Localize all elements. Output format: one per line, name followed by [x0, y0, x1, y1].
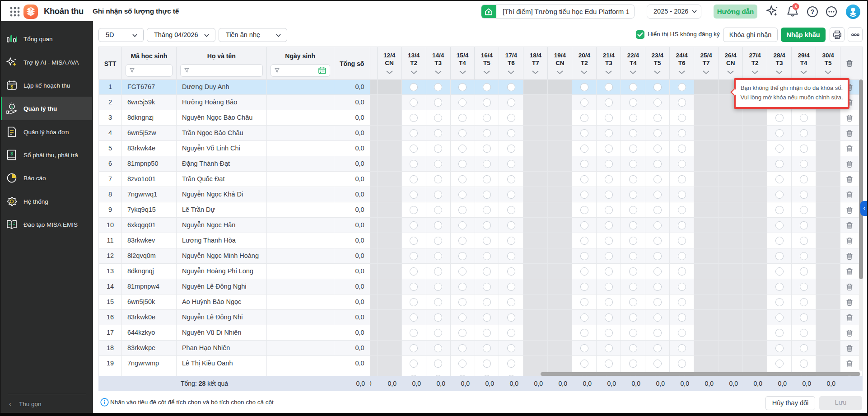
- svg-text:$: $: [30, 7, 32, 11]
- svg-text:$: $: [10, 84, 13, 89]
- svg-text:$: $: [11, 104, 14, 109]
- svg-text:3: 3: [794, 5, 797, 9]
- svg-text:$: $: [10, 151, 13, 156]
- svg-text:?: ?: [811, 8, 815, 15]
